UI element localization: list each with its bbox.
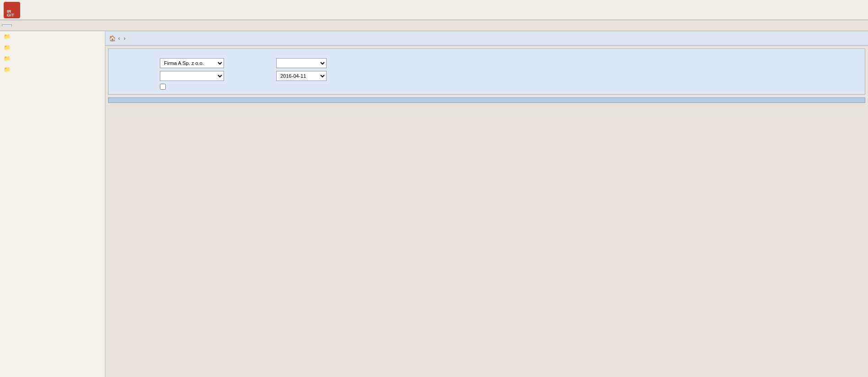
account-select[interactable] bbox=[160, 71, 224, 81]
nav-forward[interactable]: › bbox=[122, 35, 127, 42]
sidebar-group-clearing-operation[interactable]: 📁 bbox=[0, 53, 105, 64]
folder-icon-3: 📁 bbox=[4, 55, 11, 62]
top-bar: IR GiT bbox=[0, 0, 868, 20]
sidebar-group-instrument-management[interactable]: 📁 bbox=[0, 31, 105, 42]
nav-arrows: 🏠 ‹ › bbox=[109, 35, 127, 42]
tab-daily-settlement[interactable] bbox=[2, 24, 12, 27]
results-area bbox=[108, 97, 865, 103]
view-multiple-checkbox[interactable] bbox=[160, 84, 166, 90]
save-csv-button[interactable] bbox=[169, 38, 176, 39]
form-area: Firma A Sp. z o.o. 2016-04-11 bbox=[108, 48, 865, 95]
form-row-account: 2016-04-11 bbox=[113, 71, 860, 81]
sidebar: 📁 📁 📁 📁 bbox=[0, 31, 105, 377]
tab-add[interactable] bbox=[13, 25, 18, 27]
new-window-button[interactable] bbox=[186, 38, 193, 39]
folder-icon-2: 📁 bbox=[4, 44, 11, 51]
search-button[interactable] bbox=[144, 38, 152, 39]
folder-icon: 📁 bbox=[4, 33, 11, 40]
toolbar: 🏠 ‹ › bbox=[105, 31, 868, 46]
folder-icon-4: 📁 bbox=[4, 66, 11, 73]
main-layout: 📁 📁 📁 📁 🏠 ‹ › bbox=[0, 31, 868, 377]
save-xml-button[interactable] bbox=[177, 38, 185, 39]
stakeholder-select[interactable]: Firma A Sp. z o.o. bbox=[160, 58, 224, 68]
logo: IR GiT bbox=[4, 2, 20, 18]
date-select[interactable]: 2016-04-11 bbox=[276, 71, 327, 81]
tab-bar bbox=[0, 20, 868, 31]
nav-back[interactable]: ‹ bbox=[117, 35, 121, 42]
svg-text:GiT: GiT bbox=[7, 13, 14, 16]
form-row-stakeholder: Firma A Sp. z o.o. bbox=[113, 58, 860, 68]
market-select[interactable] bbox=[276, 58, 327, 68]
home-icon[interactable]: 🏠 bbox=[109, 35, 116, 42]
form-check-row bbox=[160, 84, 860, 90]
fetch-only-button[interactable] bbox=[136, 38, 143, 39]
logo-icon: IR GiT bbox=[4, 2, 20, 18]
sidebar-group-clearing-configuration[interactable]: 📁 bbox=[0, 42, 105, 53]
clear-button[interactable] bbox=[153, 38, 160, 39]
save-pdf-button[interactable] bbox=[161, 38, 168, 39]
content-area: 🏠 ‹ › Firma A Sp. z o.o. bbox=[105, 31, 868, 377]
sidebar-group-clearing-reports[interactable]: 📁 bbox=[0, 64, 105, 75]
results-title bbox=[108, 97, 865, 103]
